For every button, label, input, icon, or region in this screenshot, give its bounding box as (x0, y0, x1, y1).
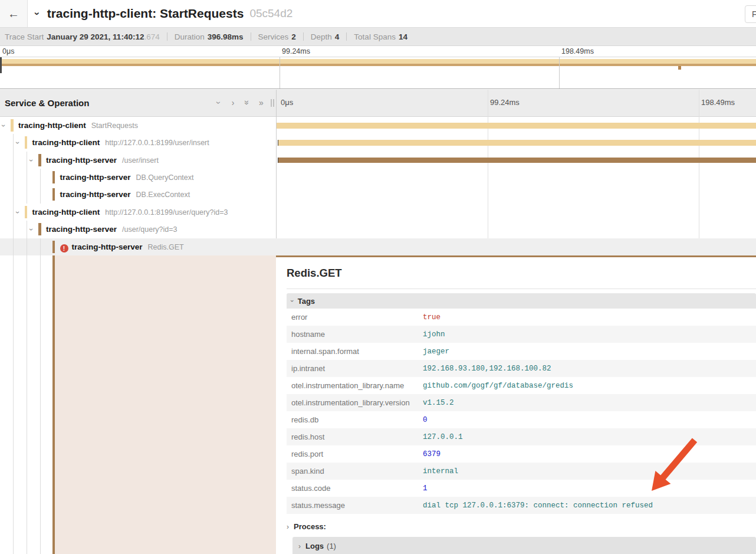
tag-value: 6379 (423, 450, 441, 458)
tree-guide-line (13, 169, 14, 186)
span-row-timeline-cell[interactable] (277, 152, 756, 169)
meta-label: Services (258, 32, 289, 41)
span-row-timeline-cell[interactable] (277, 204, 756, 221)
span-row-timeline-cell[interactable] (277, 134, 756, 151)
tag-key: redis.port (287, 450, 423, 458)
tag-row: internal.span.formatjaeger (287, 343, 756, 360)
minimap-canvas[interactable] (0, 57, 756, 89)
chevron-down-icon[interactable]: › (27, 159, 35, 162)
span-row[interactable]: !tracing-http-serverRedis.GET (0, 238, 756, 255)
timeline-tick-label: 198.49ms (701, 98, 735, 107)
expand-one-icon[interactable]: › (229, 97, 237, 108)
timeline-span-bar[interactable] (278, 158, 756, 163)
span-row-label-cell: ›tracing-http-server/user/insert (0, 152, 276, 169)
service-name: tracing-http-serverDB.ExecContext (60, 190, 190, 199)
span-row-timeline-cell[interactable] (277, 186, 756, 203)
span-row[interactable]: ›tracing-http-clientStartRequests (0, 117, 756, 134)
operation-name: /user/insert (122, 156, 159, 165)
meta-item: Duration396.98ms (175, 32, 244, 41)
span-color-bar (52, 171, 55, 183)
meta-label: Depth (311, 32, 332, 41)
span-row[interactable]: ›tracing-http-server/user/insert (0, 152, 756, 169)
meta-label: Duration (175, 32, 205, 41)
span-row-label-cell: ›tracing-http-clienthttp://127.0.0.1:819… (0, 204, 276, 221)
trace-minimap[interactable]: 0μs99.24ms198.49ms (0, 46, 756, 90)
tag-key: internal.span.format (287, 347, 423, 356)
service-name: tracing-http-clienthttp://127.0.0.1:8199… (32, 138, 209, 147)
span-row[interactable]: tracing-http-serverDB.QueryContext (0, 169, 756, 186)
span-row-label-cell: ›tracing-http-server/user/query?id=3 (0, 221, 276, 238)
chevron-down-icon[interactable]: › (14, 142, 22, 144)
expand-collapse-controls: ››»» (215, 97, 265, 108)
logs-section-header[interactable]: › Logs (1) (292, 537, 756, 554)
span-row-timeline-cell[interactable] (277, 169, 756, 186)
tags-section-header[interactable]: › Tags (287, 293, 756, 309)
column-resizer-handle[interactable] (271, 99, 274, 107)
process-section-header[interactable]: › Process: (287, 518, 326, 535)
tag-key: otel.instrumentation_library.name (287, 381, 423, 390)
meta-value-suffix: .674 (144, 32, 159, 41)
tag-key: status.code (287, 484, 423, 493)
minimap-server-stripe (0, 64, 756, 66)
tree-guide-line (13, 152, 14, 169)
meta-item: Total Spans14 (354, 32, 407, 41)
span-rows: ›tracing-http-clientStartRequests›tracin… (0, 117, 756, 255)
collapse-one-icon[interactable]: › (213, 99, 224, 107)
span-color-bar (25, 206, 28, 218)
timeline-header: Service & Operation ››»» 0μs99.24ms198.4… (0, 90, 756, 117)
trace-title: tracing-http-client: StartRequests (47, 6, 244, 21)
minimap-tick-label: 198.49ms (561, 47, 594, 55)
tree-guide-line (40, 255, 41, 554)
tag-value: 0 (423, 416, 428, 424)
minimap-tick-label: 99.24ms (282, 47, 310, 55)
tree-guide-line (27, 255, 27, 554)
operation-name: DB.ExecContext (136, 191, 190, 199)
span-row-timeline-cell[interactable] (277, 238, 756, 255)
minimap-scrubber-handle[interactable] (0, 57, 2, 73)
span-row[interactable]: ›tracing-http-clienthttp://127.0.0.1:819… (0, 134, 756, 151)
back-button[interactable]: ← (0, 0, 28, 27)
meta-item: Depth4 (311, 32, 340, 41)
chevron-down-icon[interactable]: › (14, 211, 22, 214)
tag-row: hostnameijohn (287, 326, 756, 343)
tree-guide-line (13, 186, 14, 203)
span-row-timeline-cell[interactable] (277, 117, 756, 134)
chevron-down-icon[interactable]: › (0, 124, 8, 127)
timeline-tick-label: 99.24ms (490, 98, 520, 107)
span-color-bar (38, 223, 41, 235)
minimap-grid-line (280, 57, 280, 88)
timeline-span-bar[interactable] (277, 123, 756, 129)
tag-row: errortrue (287, 309, 756, 326)
span-row-label-cell: !tracing-http-serverRedis.GET (0, 238, 276, 255)
meta-value: 396.98ms (208, 32, 244, 41)
meta-label: Total Spans (354, 32, 396, 41)
timeline-span-bar[interactable] (278, 140, 756, 146)
find-button[interactable]: F (745, 5, 756, 23)
minimap-tick-label: 0μs (2, 47, 14, 55)
span-row[interactable]: ›tracing-http-server/user/query?id=3 (0, 221, 756, 238)
tree-guide-line (13, 221, 14, 238)
meta-separator (251, 32, 251, 41)
tree-guide-line (40, 186, 41, 203)
tag-value: v1.15.2 (423, 399, 454, 407)
span-color-bar (52, 188, 55, 201)
tree-guide-line (40, 169, 41, 186)
expand-all-icon[interactable]: » (257, 97, 265, 108)
chevron-down-icon[interactable]: › (27, 228, 35, 231)
operation-name: http://127.0.0.1:8199/user/query?id=3 (105, 208, 228, 217)
span-color-bar (25, 136, 28, 149)
error-icon: ! (60, 244, 68, 253)
tag-row: status.messagedial tcp 127.0.0.1:6379: c… (287, 497, 756, 514)
top-bar: ← › tracing-http-client: StartRequests 0… (0, 0, 756, 28)
span-row[interactable]: tracing-http-serverDB.ExecContext (0, 186, 756, 203)
tags-table: errortruehostnameijohninternal.span.form… (287, 309, 756, 514)
collapse-all-icon[interactable]: » (242, 99, 252, 107)
tree-guide-line (13, 255, 14, 554)
minimap-span-tick (678, 66, 681, 70)
span-row[interactable]: ›tracing-http-clienthttp://127.0.0.1:819… (0, 204, 756, 221)
tag-key: status.message (287, 501, 423, 510)
detail-left-column (0, 255, 276, 554)
trace-collapse-chevron-icon[interactable]: › (31, 12, 43, 15)
span-row-timeline-cell[interactable] (277, 221, 756, 238)
process-section-title: Process: (294, 522, 326, 531)
